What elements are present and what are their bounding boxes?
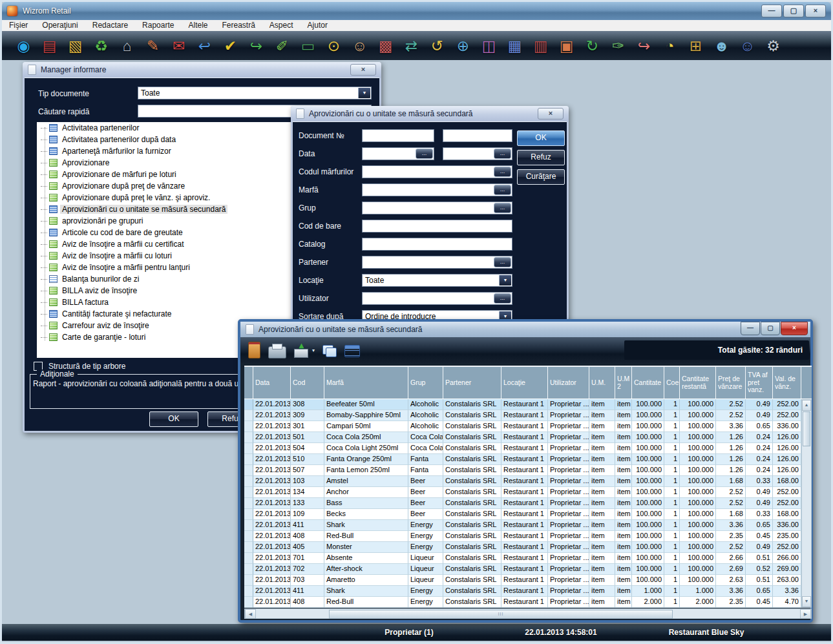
table-cell[interactable]: 100.000 [680, 421, 716, 432]
table-cell[interactable]: 1 [664, 443, 680, 454]
table-cell[interactable]: 0.33 [746, 509, 773, 520]
table-row[interactable]: 22.01.2013510Fanta Orange 250mlFantaCons… [244, 454, 801, 465]
table-cell[interactable]: 22.01.2013 [253, 432, 291, 443]
table-cell[interactable]: Proprietar ... [548, 586, 589, 597]
table-cell[interactable]: 1 [664, 597, 680, 608]
table-cell[interactable]: Constalaris SRL [443, 575, 501, 586]
row-selector[interactable] [244, 410, 253, 421]
table-cell[interactable]: item [589, 520, 615, 531]
table-cell[interactable]: Proprietar ... [548, 575, 589, 586]
manager-dialog-close-icon[interactable]: × [350, 64, 376, 76]
table-cell[interactable]: 0.24 [746, 465, 773, 476]
table-cell[interactable]: 100.000 [680, 432, 716, 443]
table-cell[interactable]: 126.00 [773, 454, 801, 465]
table-cell[interactable]: Restaurant 1 [501, 410, 548, 421]
table-cell[interactable]: 1.26 [716, 465, 746, 476]
table-cell[interactable]: Beer [408, 509, 443, 520]
print-icon[interactable] [268, 346, 286, 358]
table-cell[interactable]: 252.00 [773, 487, 801, 498]
table-cell[interactable]: 100.000 [632, 531, 664, 542]
table-cell[interactable]: 408 [291, 597, 324, 608]
table-cell[interactable]: 22.01.2013 [253, 399, 291, 410]
table-cell[interactable]: Constalaris SRL [443, 586, 501, 597]
row-selector[interactable] [244, 509, 253, 520]
table-cell[interactable]: Restaurant 1 [501, 443, 548, 454]
row-selector[interactable] [244, 454, 253, 465]
table-cell[interactable]: 1 [664, 399, 680, 410]
table-cell[interactable]: 1.000 [632, 586, 664, 597]
table-row[interactable]: 22.01.2013507Fanta Lemon 250mlFantaConst… [244, 465, 801, 476]
table-cell[interactable]: 252.00 [773, 498, 801, 509]
document--from-input[interactable] [362, 129, 434, 142]
row-selector[interactable] [244, 399, 253, 410]
table-cell[interactable]: Restaurant 1 [501, 487, 548, 498]
document--to-input[interactable] [443, 129, 512, 142]
table-cell[interactable]: 168.00 [773, 509, 801, 520]
minimize-button[interactable]: — [761, 5, 782, 17]
loca-ie-combo[interactable]: Toate▼ [362, 274, 512, 287]
table-cell[interactable]: 100.000 [680, 553, 716, 564]
data-from-input[interactable]: ... [362, 147, 434, 160]
table-cell[interactable]: Bass [324, 498, 408, 509]
table-cell[interactable]: item [615, 454, 632, 465]
table-cell[interactable]: 0.45 [746, 597, 773, 608]
table-cell[interactable]: 0.24 [746, 432, 773, 443]
table-cell[interactable]: 703 [291, 575, 324, 586]
power-icon[interactable]: ◉ [15, 36, 32, 56]
table-cell[interactable]: 3.36 [773, 586, 801, 597]
column-header-cantitate[interactable]: Cantitate [632, 367, 664, 399]
table-cell[interactable]: Monster [324, 542, 408, 553]
table-cell[interactable]: Proprietar ... [548, 432, 589, 443]
table-cell[interactable]: item [589, 443, 615, 454]
table-cell[interactable]: Restaurant 1 [501, 542, 548, 553]
column-header-utilizator[interactable]: Utilizator [548, 367, 589, 399]
table-cell[interactable]: 2.66 [716, 553, 746, 564]
table-cell[interactable]: 4.70 [773, 597, 801, 608]
table-cell[interactable]: Coca Cola 250ml [324, 432, 408, 443]
table-cell[interactable]: 2.52 [716, 498, 746, 509]
payments-coins-icon[interactable]: ⊙ [325, 36, 343, 56]
grup-input[interactable]: ... [362, 202, 512, 214]
table-cell[interactable]: 100.000 [680, 443, 716, 454]
cod-de-bare-input[interactable] [362, 220, 512, 233]
goods-check-icon[interactable]: ✔ [222, 36, 239, 56]
table-cell[interactable]: Amstel [324, 476, 408, 487]
table-cell[interactable]: 100.000 [680, 520, 716, 531]
row-selector[interactable] [244, 432, 253, 443]
table-cell[interactable]: 1 [664, 476, 680, 487]
table-cell[interactable]: 1 [664, 509, 680, 520]
table-cell[interactable]: item [589, 410, 615, 421]
table-cell[interactable]: 2.35 [716, 531, 746, 542]
menu-item-altele[interactable]: Altele [181, 20, 215, 31]
table-cell[interactable]: 168.00 [773, 476, 801, 487]
table-cell[interactable]: 100.000 [632, 410, 664, 421]
scroll-up-icon[interactable]: ▲ [802, 400, 811, 411]
table-cell[interactable]: Constalaris SRL [443, 421, 501, 432]
table-row[interactable]: 22.01.2013133BassBeerConstalaris SRLRest… [244, 498, 801, 509]
table-cell[interactable]: 411 [291, 586, 324, 597]
table-cell[interactable]: item [589, 542, 615, 553]
table-cell[interactable]: 22.01.2013 [253, 542, 291, 553]
row-selector[interactable] [244, 542, 253, 553]
column-header-u-m-[interactable]: U.M. [589, 367, 615, 399]
table-row[interactable]: 22.01.2013703AmarettoLiqueurConstalaris … [244, 575, 801, 586]
menu-item-fereastr[interactable]: Fereastră [215, 20, 262, 31]
menu-item-fiier[interactable]: Fişier [2, 20, 35, 31]
table-cell[interactable]: Constalaris SRL [443, 553, 501, 564]
table-cell[interactable]: 2.69 [716, 564, 746, 575]
table-cell[interactable]: item [589, 454, 615, 465]
table-cell[interactable]: item [615, 597, 632, 608]
table-cell[interactable]: item [589, 432, 615, 443]
table-cell[interactable]: 22.01.2013 [253, 421, 291, 432]
table-cell[interactable]: 1 [664, 575, 680, 586]
table-cell[interactable]: 100.000 [632, 454, 664, 465]
table-cell[interactable]: Restaurant 1 [501, 498, 548, 509]
table-cell[interactable]: Proprietar ... [548, 531, 589, 542]
table-cell[interactable]: 100.000 [632, 498, 664, 509]
table-cell[interactable]: item [615, 498, 632, 509]
table-cell[interactable]: Constalaris SRL [443, 465, 501, 476]
table-cell[interactable]: Alcoholic [408, 399, 443, 410]
export-icon[interactable] [294, 349, 308, 358]
table-cell[interactable]: 100.000 [680, 410, 716, 421]
table-cell[interactable]: Restaurant 1 [501, 454, 548, 465]
